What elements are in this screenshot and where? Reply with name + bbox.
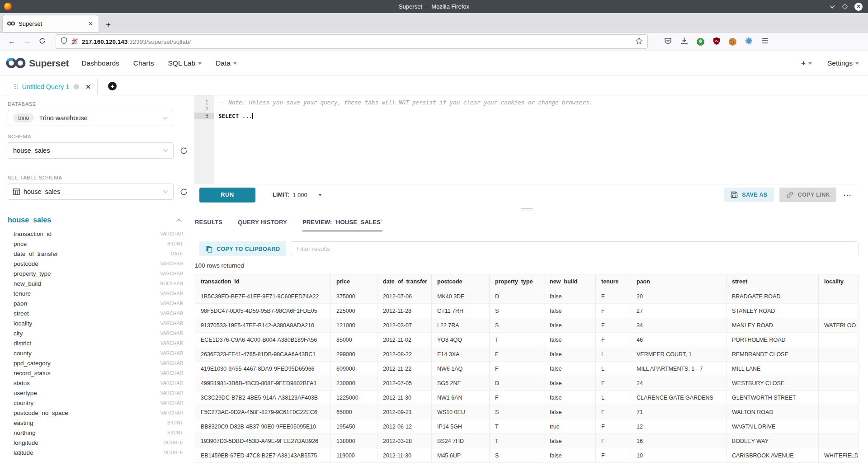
editor-code[interactable]: -- Note: Unless you save your query, the… <box>214 95 859 184</box>
close-query-tab-icon[interactable]: ✕ <box>85 83 91 90</box>
settings-menu[interactable]: Settings <box>827 59 859 67</box>
table-cell: 46 <box>631 333 726 347</box>
column-header-street[interactable]: street <box>726 274 819 289</box>
reload-icon[interactable] <box>39 38 46 46</box>
save-icon <box>731 191 738 198</box>
table-cell: F <box>490 347 544 362</box>
table-cell: YO8 4QQ <box>432 333 490 347</box>
table-row: 98F5DC47-0D05-4D59-95B7-98CA6F1FDE052250… <box>195 304 859 318</box>
column-name: usertype <box>14 390 160 396</box>
column-header-tenure[interactable]: tenure <box>596 274 631 289</box>
schema-column-date_of_transfer: date_of_transferDATE <box>8 249 188 259</box>
table-select[interactable]: house_sales <box>8 184 174 200</box>
filter-results-input[interactable] <box>291 241 859 256</box>
schema-select[interactable]: house_sales <box>8 142 174 159</box>
table-cell: 2012-07-06 <box>377 289 432 304</box>
query-tab-untitled-query-1[interactable]: Untitled Query 1 ✕ <box>8 78 98 95</box>
drag-handle-icon[interactable] <box>14 84 18 89</box>
new-tab-button[interactable]: + <box>106 20 111 29</box>
browser-tab[interactable]: Superset ✕ <box>3 15 99 32</box>
column-header-paon[interactable]: paon <box>631 274 726 289</box>
column-header-transaction_id[interactable]: transaction_id <box>195 274 331 289</box>
column-name: paon <box>14 300 160 307</box>
schema-column-district: districtVARCHAR <box>8 338 188 348</box>
collapse-chevron-icon[interactable] <box>176 218 182 222</box>
tab-query-history[interactable]: QUERY HISTORY <box>238 219 287 231</box>
table-cell: MILL LANE <box>726 362 819 376</box>
sql-editor[interactable]: 1 2 3 -- Note: Unless you save your quer… <box>194 95 859 184</box>
window-titlebar: Superset — Mozilla Firefox ✕ <box>0 0 868 13</box>
column-header-locality[interactable]: locality <box>819 274 859 289</box>
window-close-icon[interactable]: ✕ <box>854 3 863 11</box>
results-header-row: transaction_idpricedate_of_transferpostc… <box>195 274 859 289</box>
schema-column-longitude: longitudeDOUBLE <box>8 438 188 447</box>
window-maximize-icon[interactable] <box>842 4 848 9</box>
query-tab-bar: Untitled Query 1 ✕ + <box>0 75 868 95</box>
table-cell: 2012-03-07 <box>377 318 432 333</box>
table-cell: 193907D3-5DBD-453D-A49E-9FEE27DAB926 <box>195 434 331 448</box>
superset-logo[interactable]: Superset <box>5 57 69 70</box>
shield-icon[interactable] <box>61 37 67 46</box>
table-cell: 121000 <box>331 318 377 333</box>
cookie-icon[interactable] <box>729 38 736 46</box>
bookmark-star-icon[interactable] <box>635 37 643 47</box>
ublock-icon[interactable]: uO <box>713 37 720 47</box>
menu-icon[interactable] <box>761 38 769 46</box>
table-cell: WS10 0EU <box>432 405 490 419</box>
refresh-table-icon[interactable] <box>179 188 188 196</box>
save-as-button[interactable]: SAVE AS <box>724 188 774 202</box>
table-cell: MANLEY ROAD <box>726 318 819 333</box>
tab-preview-house-sales[interactable]: PREVIEW: `HOUSE_SALES` <box>302 219 383 231</box>
url-bar[interactable]: 217.160.120.143:32393/superset/sqllab/ <box>56 34 648 49</box>
tab-close-icon[interactable]: ✕ <box>87 20 94 27</box>
column-header-postcode[interactable]: postcode <box>432 274 490 289</box>
column-header-price[interactable]: price <box>331 274 377 289</box>
add-query-tab-button[interactable]: + <box>108 82 117 90</box>
pane-resize-handle[interactable] <box>194 205 859 214</box>
tab-results[interactable]: RESULTS <box>195 219 222 231</box>
nav-item-dashboards[interactable]: Dashboards <box>81 59 119 67</box>
nav-item-charts[interactable]: Charts <box>133 59 154 67</box>
pocket-icon[interactable] <box>664 37 672 47</box>
table-cell: BS24 7HD <box>432 434 490 448</box>
table-cell: D <box>490 289 544 304</box>
column-header-new_build[interactable]: new_build <box>544 274 596 289</box>
table-cell: true <box>544 419 596 434</box>
table-row: 91370533-19F5-47FE-B142-A380A8ADA2101210… <box>195 318 859 333</box>
database-select[interactable]: trino Trino warehouse <box>8 110 173 126</box>
refresh-schema-icon[interactable] <box>179 146 188 155</box>
column-name: city <box>14 330 160 337</box>
table-cell: E14 3XA <box>432 347 490 362</box>
schema-column-locality: localityVARCHAR <box>8 318 188 328</box>
table-cell: T <box>490 434 544 448</box>
copy-link-button[interactable]: COPY LINK <box>779 188 836 202</box>
column-header-property_type[interactable]: property_type <box>490 274 544 289</box>
nav-item-data[interactable]: Data <box>216 59 237 67</box>
row-count: 100 rows returned <box>195 262 859 269</box>
nav-item-sql-lab[interactable]: SQL Lab <box>168 59 202 67</box>
column-header-date_of_transfer[interactable]: date_of_transfer <box>377 274 432 289</box>
limit-dropdown[interactable]: LIMIT: 1 000 <box>273 192 322 198</box>
forward-icon[interactable]: → <box>24 38 31 46</box>
copy-to-clipboard-button[interactable]: COPY TO CLIPBOARD <box>199 241 286 256</box>
lock-crossed-icon[interactable] <box>71 38 78 45</box>
badger-icon[interactable] <box>697 38 704 46</box>
table-cell: NW1 6AN <box>432 391 490 405</box>
column-name: postcode <box>14 260 160 267</box>
back-icon[interactable]: ← <box>8 38 15 46</box>
column-type: VARCHAR <box>160 390 183 396</box>
table-row: 2636F323-FF41-4765-81DB-98CAA6A43BC12990… <box>195 347 859 362</box>
chevron-down-icon <box>855 62 859 65</box>
sqllab-sidebar: DATABASE trino Trino warehouse SCHEMA ho… <box>0 95 194 469</box>
download-icon[interactable] <box>680 37 688 47</box>
pinwheel-icon[interactable] <box>745 37 753 47</box>
table-name-heading[interactable]: house_sales <box>8 216 176 224</box>
column-name: tenure <box>14 290 160 297</box>
window-minimize-icon[interactable] <box>830 5 835 9</box>
table-cell: false <box>544 318 596 333</box>
schema-column-price: priceBIGINT <box>8 239 188 249</box>
more-actions-button[interactable]: ··· <box>842 191 854 199</box>
add-new-button[interactable]: + <box>801 59 812 68</box>
column-type: VARCHAR <box>160 370 183 376</box>
run-button[interactable]: RUN <box>199 188 255 203</box>
